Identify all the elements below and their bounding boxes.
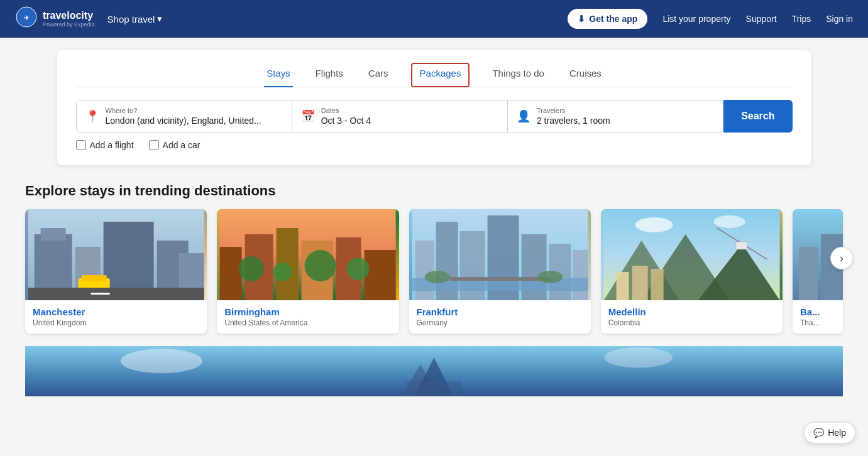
add-flight-checkbox[interactable]: Add a flight (76, 140, 134, 150)
svg-rect-12 (91, 293, 110, 295)
destination-frankfurt[interactable]: Frankfurt Germany (409, 209, 591, 334)
logo-text-block: travelocity Powered by Expedia (43, 10, 95, 28)
location-icon: 📍 (85, 109, 99, 123)
dates-content: Dates Oct 3 - Oct 4 (321, 107, 371, 126)
svg-text:✈: ✈ (24, 14, 30, 21)
destination-medellin[interactable]: Medellín Colombia (601, 209, 783, 334)
svg-point-45 (635, 217, 673, 232)
svg-rect-48 (799, 247, 818, 300)
header-left: ✈ travelocity Powered by Expedia Shop tr… (15, 6, 162, 33)
sign-in-link[interactable]: Sign in (826, 14, 853, 24)
search-fields-row: 📍 Where to? London (and vicinity), Engla… (76, 100, 793, 133)
svg-point-21 (273, 263, 292, 281)
destination-partial[interactable]: Ba... Tha... (793, 209, 843, 334)
logo[interactable]: ✈ travelocity Powered by Expedia (15, 6, 95, 33)
svg-rect-19 (365, 250, 396, 300)
svg-point-46 (713, 215, 745, 228)
destination-birmingham[interactable]: Birmingham United States of America (217, 209, 398, 334)
where-label: Where to? (106, 107, 261, 114)
tab-flights[interactable]: Flights (313, 63, 346, 87)
person-icon: 👤 (517, 109, 530, 123)
shop-travel-menu[interactable]: Shop travel ▾ (107, 13, 163, 24)
svg-rect-31 (573, 250, 588, 300)
header-right: ⬇ Get the app List your property Support… (568, 9, 853, 29)
search-card: Stays Flights Cars Packages Things to do… (57, 50, 811, 165)
svg-point-34 (424, 271, 449, 283)
calendar-icon: 📅 (301, 109, 315, 123)
travelers-label: Travelers (537, 107, 610, 114)
svg-point-55 (605, 347, 673, 368)
shop-travel-label: Shop travel (107, 14, 155, 24)
svg-rect-40 (616, 272, 629, 300)
svg-rect-11 (28, 288, 204, 300)
svg-rect-33 (449, 277, 550, 281)
destination-manchester[interactable]: Manchester United Kingdom (25, 209, 207, 334)
trips-link[interactable]: Trips (792, 14, 811, 24)
travelocity-logo-icon: ✈ (15, 6, 38, 33)
travelers-content: Travelers 2 travelers, 1 room (537, 107, 610, 126)
svg-rect-4 (41, 228, 66, 241)
logo-name: travelocity (43, 10, 95, 21)
svg-rect-25 (415, 241, 434, 300)
add-car-label: Add a car (163, 140, 201, 150)
next-destinations-button[interactable]: › (830, 247, 853, 269)
tab-cruises-label: Cruises (569, 68, 602, 79)
tab-cars[interactable]: Cars (366, 63, 391, 87)
travelers-value: 2 travelers, 1 room (537, 116, 610, 126)
partial-info: Ba... Tha... (793, 300, 843, 334)
add-car-input[interactable] (149, 140, 159, 150)
dates-field[interactable]: 📅 Dates Oct 3 - Oct 4 (292, 100, 508, 132)
where-content: Where to? London (and vicinity), England… (106, 107, 261, 126)
partial-city: Ba... (800, 307, 835, 317)
medellin-image (601, 209, 783, 300)
tab-stays[interactable]: Stays (264, 63, 293, 87)
header: ✈ travelocity Powered by Expedia Shop tr… (0, 0, 868, 38)
medellin-info: Medellín Colombia (601, 300, 783, 334)
tab-things-to-do-label: Things to do (492, 68, 544, 79)
svg-point-20 (239, 256, 264, 281)
search-tabs: Stays Flights Cars Packages Things to do… (76, 63, 793, 87)
tab-cars-label: Cars (368, 68, 388, 79)
svg-rect-10 (82, 275, 107, 281)
add-flight-input[interactable] (76, 140, 86, 150)
where-field[interactable]: 📍 Where to? London (and vicinity), Engla… (77, 100, 292, 132)
svg-point-23 (347, 258, 370, 280)
tab-packages-label: Packages (420, 68, 461, 79)
manchester-info: Manchester United Kingdom (25, 300, 207, 334)
tab-packages[interactable]: Packages (411, 63, 470, 87)
trending-section: Explore stays in trending destinations (25, 183, 843, 334)
svg-rect-41 (632, 266, 647, 300)
where-value: London (and vicinity), England, United..… (106, 116, 261, 126)
dates-label: Dates (321, 107, 371, 114)
section-title: Explore stays in trending destinations (25, 183, 843, 199)
search-button[interactable]: Search (723, 100, 792, 133)
get-app-label: Get the app (589, 14, 637, 24)
partial-country: Tha... (800, 318, 835, 327)
birmingham-city: Birmingham (224, 307, 391, 317)
travelers-field[interactable]: 👤 Travelers 2 travelers, 1 room (508, 100, 723, 132)
svg-rect-14 (220, 247, 242, 300)
footer-image-strip (25, 346, 843, 396)
birmingham-image (217, 209, 398, 300)
birmingham-info: Birmingham United States of America (217, 300, 398, 334)
main-content: Stays Flights Cars Packages Things to do… (0, 38, 868, 409)
frankfurt-country: Germany (417, 318, 583, 327)
get-app-button[interactable]: ⬇ Get the app (568, 9, 647, 29)
manchester-image (25, 209, 207, 300)
svg-rect-53 (407, 381, 461, 396)
svg-rect-44 (735, 242, 747, 249)
manchester-city: Manchester (33, 307, 199, 317)
svg-point-35 (537, 271, 563, 283)
checkbox-row: Add a flight Add a car (76, 140, 793, 150)
list-property-link[interactable]: List your property (662, 14, 730, 24)
tab-things-to-do[interactable]: Things to do (490, 63, 547, 87)
add-flight-label: Add a flight (90, 140, 134, 150)
tab-cruises[interactable]: Cruises (567, 63, 604, 87)
frankfurt-image (409, 209, 591, 300)
svg-point-54 (121, 349, 202, 373)
manchester-country: United Kingdom (33, 318, 199, 327)
add-car-checkbox[interactable]: Add a car (149, 140, 201, 150)
svg-point-22 (305, 250, 336, 281)
medellin-city: Medellín (608, 307, 775, 317)
support-link[interactable]: Support (746, 14, 777, 24)
